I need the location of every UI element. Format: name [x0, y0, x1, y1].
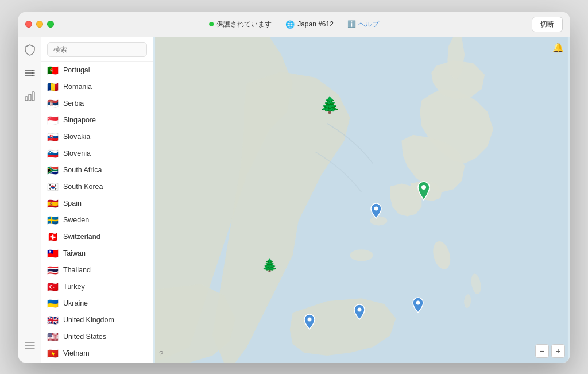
- country-item[interactable]: 🇪🇸Spain: [41, 195, 153, 212]
- sidebar-icon-stats[interactable]: [23, 89, 37, 103]
- country-name: United States: [63, 333, 106, 341]
- help-question-mark[interactable]: ?: [159, 349, 163, 358]
- country-flag: 🇸🇬: [47, 115, 59, 126]
- help-button[interactable]: ℹ️ ヘルプ: [347, 20, 379, 29]
- blue-pin-marker-3[interactable]: [353, 304, 366, 322]
- country-flag: 🇻🇳: [47, 348, 59, 359]
- blue-pin-marker-2[interactable]: [412, 297, 424, 315]
- blue-pin-4-svg: [303, 314, 316, 330]
- svg-rect-4: [29, 94, 31, 101]
- sidebar-icon-shield[interactable]: [23, 43, 37, 57]
- country-flag: 🇨🇭: [47, 232, 59, 242]
- country-item[interactable]: 🇺🇸United States: [41, 329, 153, 345]
- tree-marker-1: 🌲: [320, 95, 340, 114]
- help-icon: ℹ️: [347, 20, 356, 28]
- svg-rect-3: [25, 97, 28, 101]
- app-window: 保護されています 🌐 Japan #612 ℹ️ ヘルプ 切断: [18, 12, 570, 363]
- country-name: South Africa: [63, 166, 102, 174]
- country-item[interactable]: 🇬🇧United Kingdom: [41, 312, 153, 329]
- country-flag: 🇺🇦: [47, 298, 59, 309]
- green-pin-marker[interactable]: [416, 180, 432, 203]
- country-name: Singapore: [63, 116, 96, 124]
- svg-point-18: [358, 307, 362, 311]
- status-label: 保護されています: [216, 20, 272, 29]
- disconnect-button[interactable]: 切断: [532, 17, 563, 32]
- country-flag: 🇸🇰: [47, 132, 59, 142]
- country-item[interactable]: 🇷🇸Serbia: [41, 95, 153, 112]
- country-name: Turkey: [63, 283, 85, 291]
- close-button[interactable]: [25, 21, 32, 28]
- country-flag: 🇹🇼: [47, 248, 59, 259]
- map-bottom-bar: ?: [159, 349, 163, 358]
- svg-point-1: [32, 72, 33, 74]
- fullscreen-button[interactable]: [47, 21, 54, 28]
- svg-point-11: [350, 249, 373, 261]
- country-name: Ukraine: [63, 299, 88, 307]
- country-item[interactable]: 🇹🇭Thailand: [41, 262, 153, 279]
- country-item[interactable]: 🇵🇹Portugal: [41, 62, 153, 79]
- svg-point-2: [32, 75, 33, 76]
- tree-marker-2: 🌲: [262, 258, 277, 273]
- zoom-controls: − +: [535, 344, 565, 358]
- search-input[interactable]: [47, 42, 147, 57]
- country-flag: 🇿🇦: [47, 165, 59, 176]
- blue-pin-3-svg: [353, 304, 366, 320]
- titlebar-center: 保護されています 🌐 Japan #612 ℹ️ ヘルプ: [209, 20, 379, 29]
- country-name: United Kingdom: [63, 316, 114, 324]
- country-name: Thailand: [63, 266, 91, 274]
- connection-status: 保護されています: [209, 20, 272, 29]
- country-item[interactable]: 🇷🇴Romania: [41, 79, 153, 95]
- globe-icon: 🌐: [285, 20, 295, 29]
- special-section-label: 専用サーバー: [41, 362, 153, 363]
- titlebar: 保護されています 🌐 Japan #612 ℹ️ ヘルプ 切断: [18, 12, 570, 37]
- country-item[interactable]: 🇻🇳Vietnam: [41, 345, 153, 362]
- map-area: 🌲 🌲: [153, 37, 570, 363]
- sidebar-icon-servers[interactable]: [23, 66, 37, 80]
- titlebar-right: 切断: [532, 17, 563, 32]
- country-flag: 🇸🇪: [47, 215, 59, 226]
- blue-pin-marker-4[interactable]: [303, 314, 316, 332]
- green-pin-svg: [416, 180, 432, 201]
- svg-point-0: [32, 70, 33, 71]
- country-name: Portugal: [63, 66, 90, 74]
- country-item[interactable]: 🇸🇮Slovenia: [41, 145, 153, 162]
- country-flag: 🇷🇴: [47, 82, 59, 92]
- country-item[interactable]: 🇺🇦Ukraine: [41, 295, 153, 312]
- country-name: Spain: [63, 199, 82, 207]
- country-item[interactable]: 🇿🇦South Africa: [41, 162, 153, 179]
- country-flag: 🇷🇸: [47, 98, 59, 109]
- country-flag: 🇰🇷: [47, 182, 59, 192]
- sidebar-icon-menu[interactable]: [23, 338, 37, 352]
- blue-pin-2-svg: [412, 297, 424, 313]
- country-name: Slovenia: [63, 149, 91, 157]
- bell-icon[interactable]: 🔔: [552, 42, 564, 53]
- countries-scroll[interactable]: 🇵🇹Portugal🇷🇴Romania🇷🇸Serbia🇸🇬Singapore🇸🇰…: [41, 62, 153, 363]
- country-name: Vietnam: [63, 349, 90, 357]
- blue-pin-marker-1[interactable]: [370, 203, 382, 221]
- server-label: Japan #612: [297, 20, 334, 28]
- zoom-out-button[interactable]: −: [535, 344, 549, 358]
- search-box: [41, 37, 153, 62]
- zoom-in-button[interactable]: +: [551, 344, 565, 358]
- country-flag: 🇵🇹: [47, 65, 59, 76]
- country-item[interactable]: 🇸🇬Singapore: [41, 112, 153, 129]
- country-name: Sweden: [63, 216, 89, 224]
- svg-point-15: [421, 185, 426, 190]
- blue-pin-1-svg: [370, 203, 382, 219]
- country-name: South Korea: [63, 183, 103, 191]
- server-info: 🌐 Japan #612: [285, 20, 334, 29]
- country-flag: 🇹🇭: [47, 265, 59, 276]
- status-dot: [209, 22, 214, 26]
- country-item[interactable]: 🇨🇭Switzerland: [41, 229, 153, 245]
- country-item[interactable]: 🇸🇰Slovakia: [41, 129, 153, 145]
- country-list: 🇵🇹Portugal🇷🇴Romania🇷🇸Serbia🇸🇬Singapore🇸🇰…: [41, 37, 153, 363]
- country-item[interactable]: 🇹🇷Turkey: [41, 279, 153, 295]
- svg-rect-5: [32, 92, 34, 101]
- minimize-button[interactable]: [36, 21, 43, 28]
- country-item[interactable]: 🇸🇪Sweden: [41, 212, 153, 229]
- country-flag: 🇺🇸: [47, 331, 59, 342]
- country-name: Switzerland: [63, 233, 100, 241]
- country-flag: 🇪🇸: [47, 198, 59, 209]
- country-item[interactable]: 🇰🇷South Korea: [41, 179, 153, 195]
- country-item[interactable]: 🇹🇼Taiwan: [41, 245, 153, 262]
